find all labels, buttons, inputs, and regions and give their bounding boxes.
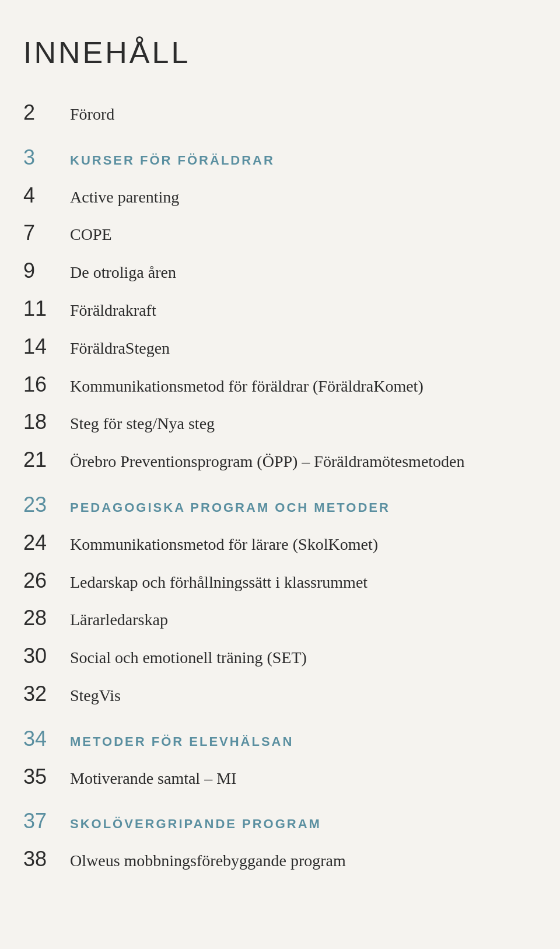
toc-label: Olweus mobbningsförebyggande program [70,850,346,871]
toc-label: De otroliga åren [70,262,176,283]
list-item: 32StegVis [23,681,525,708]
toc-number: 24 [23,529,70,557]
list-item: 16Kommunikationsmetod för föräldrar (För… [23,371,525,399]
list-item: 2Förord [23,99,525,127]
list-item: 7COPE [23,219,525,247]
toc-number: 16 [23,371,70,399]
toc-label: METODER FÖR ELEVHÄLSAN [70,734,293,751]
toc-label: Föräldrakraft [70,300,156,321]
toc-number: 37 [23,808,70,835]
list-item: 23PEDAGOGISKA PROGRAM OCH METODER [23,491,525,519]
list-item: 18Steg för steg/Nya steg [23,409,525,436]
list-item: 14FöräldraStegen [23,333,525,361]
toc-label: Kommunikationsmetod för lärare (SkolKome… [70,534,378,555]
toc-number: 4 [23,182,70,210]
toc-number: 11 [23,295,70,323]
toc-number: 26 [23,567,70,595]
toc-label: Motiverande samtal – MI [70,768,236,789]
list-item: 30Social och emotionell träning (SET) [23,643,525,670]
toc-label: Förord [70,104,114,125]
list-item: 3KURSER FÖR FÖRÄLDRAR [23,144,525,172]
toc-label: KURSER FÖR FÖRÄLDRAR [70,152,275,169]
list-item: 26Ledarskap och förhållningssätt i klass… [23,567,525,595]
toc-number: 30 [23,643,70,670]
list-item: 24Kommunikationsmetod för lärare (SkolKo… [23,529,525,557]
toc-number: 21 [23,446,70,474]
toc-number: 3 [23,144,70,172]
toc-label: Steg för steg/Nya steg [70,413,215,434]
toc-number: 14 [23,333,70,361]
toc-number: 38 [23,846,70,873]
toc-label: FöräldraStegen [70,338,170,359]
page-title: INNEHÅLL [23,35,525,70]
toc-label: SKOLÖVERGRIPANDE PROGRAM [70,816,321,833]
list-item: 38Olweus mobbningsförebyggande program [23,846,525,873]
toc-label: Ledarskap och förhållningssätt i klassru… [70,572,368,593]
toc-number: 7 [23,219,70,247]
toc-number: 18 [23,409,70,436]
toc-number: 28 [23,605,70,632]
list-item: 9De otroliga åren [23,257,525,285]
toc-number: 9 [23,257,70,285]
toc-label: Lärarledarskap [70,609,168,630]
list-item: 11Föräldrakraft [23,295,525,323]
toc-label: COPE [70,224,112,245]
toc-number: 32 [23,681,70,708]
list-item: 4Active parenting [23,182,525,210]
toc-number: 35 [23,763,70,791]
toc-label: Social och emotionell träning (SET) [70,647,307,668]
toc-label: Kommunikationsmetod för föräldrar (Föräl… [70,376,424,397]
toc-number: 2 [23,99,70,127]
toc-label: Active parenting [70,187,179,208]
list-item: 21Örebro Preventionsprogram (ÖPP) – Förä… [23,446,525,474]
list-item: 35Motiverande samtal – MI [23,763,525,791]
list-item: 34METODER FÖR ELEVHÄLSAN [23,725,525,753]
toc-label: Örebro Preventionsprogram (ÖPP) – Föräld… [70,451,465,472]
toc-number: 23 [23,491,70,519]
toc-label: PEDAGOGISKA PROGRAM OCH METODER [70,500,390,517]
list-item: 37SKOLÖVERGRIPANDE PROGRAM [23,808,525,835]
list-item: 28Lärarledarskap [23,605,525,632]
toc-label: StegVis [70,685,121,706]
toc-number: 34 [23,725,70,753]
table-of-contents: 2Förord3KURSER FÖR FÖRÄLDRAR4Active pare… [23,99,525,873]
